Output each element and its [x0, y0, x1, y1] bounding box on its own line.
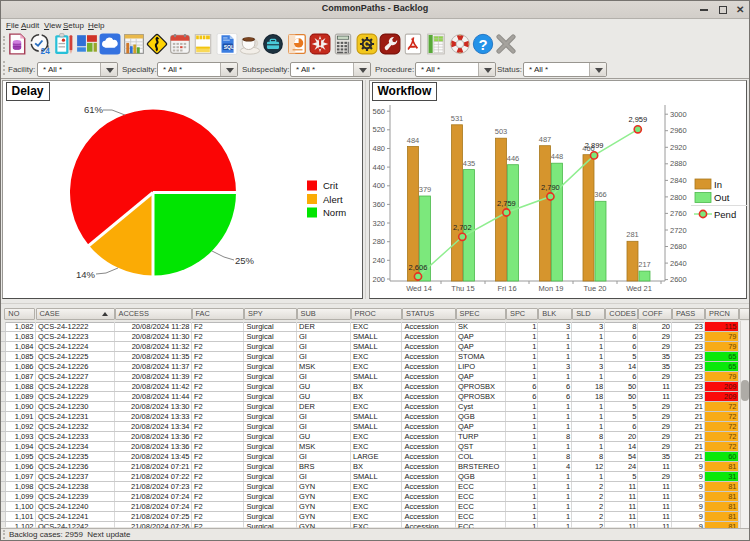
svg-text:280: 280 — [372, 237, 385, 246]
svg-text:Wed 21: Wed 21 — [626, 284, 652, 293]
svg-text:487: 487 — [539, 135, 552, 144]
svg-text:?: ? — [478, 37, 487, 53]
svg-text:2800: 2800 — [670, 193, 687, 202]
svg-text:2,899: 2,899 — [585, 141, 604, 150]
svg-text:Out: Out — [714, 192, 730, 203]
svg-text:240: 240 — [372, 256, 385, 265]
svg-text:2,702: 2,702 — [453, 223, 472, 232]
svg-text:2,606: 2,606 — [409, 263, 428, 272]
svg-text:480: 480 — [372, 144, 385, 153]
svg-text:Wed 14: Wed 14 — [406, 284, 432, 293]
svg-text:531: 531 — [451, 114, 464, 123]
svg-text:2760: 2760 — [670, 209, 687, 218]
svg-text:560: 560 — [372, 107, 385, 116]
svg-text:Alert: Alert — [323, 194, 343, 205]
svg-text:Mon 19: Mon 19 — [538, 284, 563, 293]
svg-text:440: 440 — [372, 163, 385, 172]
svg-text:Norm: Norm — [323, 207, 346, 218]
svg-text:2720: 2720 — [670, 226, 687, 235]
svg-text:379: 379 — [419, 185, 432, 194]
svg-text:400: 400 — [372, 181, 385, 190]
svg-text:2960: 2960 — [670, 126, 687, 135]
svg-text:61%: 61% — [84, 104, 104, 115]
svg-text:SQL: SQL — [223, 44, 233, 50]
svg-text:2640: 2640 — [670, 259, 687, 268]
svg-text:2,959: 2,959 — [628, 115, 647, 124]
svg-text:24: 24 — [41, 47, 51, 55]
svg-text:200: 200 — [372, 275, 385, 284]
svg-text:Thu 15: Thu 15 — [451, 284, 474, 293]
svg-text:2920: 2920 — [670, 143, 687, 152]
svg-text:484: 484 — [407, 136, 420, 145]
svg-text:3000: 3000 — [670, 110, 687, 119]
svg-text:520: 520 — [372, 125, 385, 134]
svg-text:366: 366 — [594, 190, 607, 199]
svg-text:281: 281 — [626, 230, 639, 239]
svg-text:2,759: 2,759 — [497, 199, 516, 208]
svg-text:320: 320 — [372, 219, 385, 228]
svg-text:435: 435 — [463, 159, 476, 168]
svg-text:25%: 25% — [235, 255, 255, 266]
svg-text:Fri 16: Fri 16 — [497, 284, 516, 293]
svg-text:Tue 20: Tue 20 — [583, 284, 606, 293]
svg-text:Pend: Pend — [714, 209, 736, 220]
svg-text:14%: 14% — [76, 269, 96, 280]
svg-text:217: 217 — [638, 260, 651, 269]
svg-text:Crit: Crit — [323, 180, 338, 191]
svg-text:448: 448 — [551, 152, 564, 161]
svg-text:503: 503 — [495, 127, 508, 136]
svg-text:2600: 2600 — [670, 275, 687, 284]
svg-text:2840: 2840 — [670, 176, 687, 185]
svg-text:360: 360 — [372, 200, 385, 209]
svg-text:446: 446 — [507, 154, 520, 163]
svg-text:2680: 2680 — [670, 242, 687, 251]
svg-text:2,790: 2,790 — [541, 183, 560, 192]
svg-text:In: In — [714, 179, 722, 190]
svg-text:2880: 2880 — [670, 159, 687, 168]
